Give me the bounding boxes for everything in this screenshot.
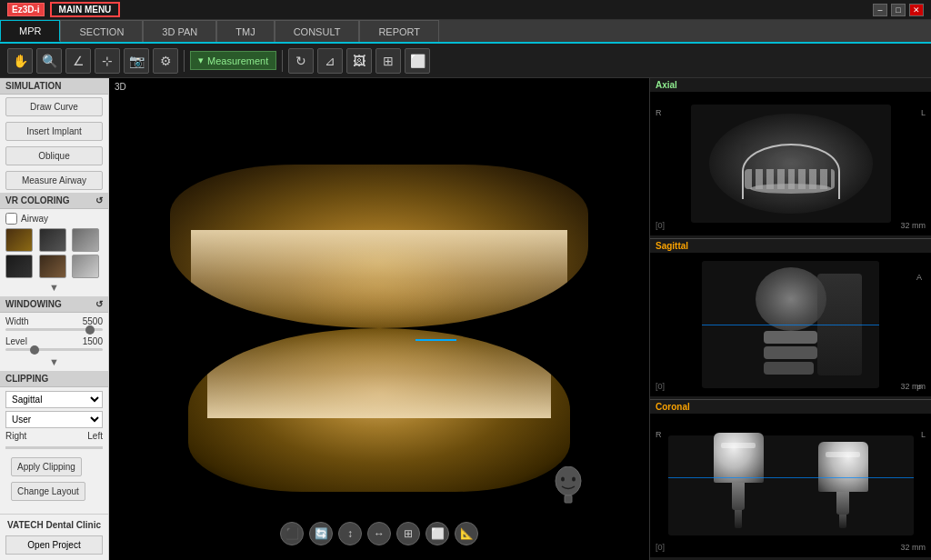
- bottom-toolbar: ⬛ 🔄 ↕ ↔ ⊞ ⬜ 📐: [273, 518, 486, 549]
- toolbar-separator-2: [282, 50, 283, 72]
- open-project-button[interactable]: Open Project: [5, 535, 103, 555]
- measure-tool-button[interactable]: ⊹: [95, 48, 120, 74]
- axial-mm-label: 32 mm: [900, 221, 926, 230]
- tab-report[interactable]: REPORT: [359, 20, 439, 42]
- axial-panel-title: Axial: [650, 78, 931, 92]
- insert-implant-button[interactable]: Insert Implant: [5, 122, 103, 141]
- rotate-tool-button[interactable]: ↻: [288, 48, 314, 74]
- coronal-l-label: L: [921, 430, 926, 439]
- hand-tool-button[interactable]: ✋: [7, 48, 33, 74]
- dental-3d-render: [109, 78, 649, 560]
- windowing-expand-icon[interactable]: ▼: [49, 356, 59, 367]
- left-label: Left: [87, 431, 103, 441]
- airway-checkbox[interactable]: [5, 213, 17, 225]
- tab-section[interactable]: SECTION: [60, 20, 143, 42]
- airway-label: Airway: [21, 214, 48, 224]
- image-tool-button[interactable]: 🖼: [346, 48, 372, 74]
- svg-rect-3: [565, 495, 572, 503]
- axial-r-label: R: [656, 108, 662, 117]
- sidebar: SIMULATION Draw Curve Insert Implant Obl…: [0, 78, 109, 560]
- measurement-dropdown-button[interactable]: ▾ Measurement: [190, 51, 276, 70]
- bt-tool-2[interactable]: 🔄: [309, 522, 333, 545]
- color-preset-6[interactable]: [72, 255, 99, 278]
- axial-panel-content[interactable]: R L 32 mm [0]: [650, 92, 931, 235]
- angle-tool-button[interactable]: ∠: [65, 48, 91, 74]
- vr-coloring-refresh-icon[interactable]: ↺: [95, 195, 103, 205]
- measure-airway-button[interactable]: Measure Airway: [5, 171, 103, 190]
- coronal-panel-title: Coronal: [650, 400, 931, 414]
- sagittal-scan-image: [702, 261, 879, 388]
- axial-zero-label: [0]: [656, 221, 665, 230]
- simulation-section-title: SIMULATION: [0, 78, 108, 95]
- apply-clipping-button[interactable]: Apply Clipping: [11, 457, 82, 476]
- bt-tool-6[interactable]: ⬜: [425, 522, 449, 545]
- tab-tmj[interactable]: TMJ: [216, 20, 274, 42]
- film-tool-button[interactable]: ⬜: [405, 48, 430, 74]
- main-menu-button[interactable]: MAIN MENU: [50, 2, 121, 17]
- close-button[interactable]: ✕: [909, 4, 924, 16]
- left-tooth-column: [714, 433, 764, 528]
- toolbar-separator-1: [184, 50, 185, 72]
- coronal-panel-content[interactable]: R L: [650, 414, 931, 557]
- bt-tool-1[interactable]: ⬛: [280, 522, 304, 545]
- bt-tool-3[interactable]: ↕: [338, 522, 362, 545]
- maximize-button[interactable]: □: [891, 4, 906, 16]
- tab-bar: MPR SECTION 3D PAN TMJ CONSULT REPORT: [0, 20, 931, 44]
- color-preset-1[interactable]: [5, 228, 33, 252]
- tab-consult[interactable]: CONSULT: [275, 20, 360, 42]
- sagittal-blue-line: [702, 325, 879, 325]
- oblique-button[interactable]: Oblique: [5, 146, 103, 165]
- toolbar: ✋ 🔍 ∠ ⊹ 📷 ⚙ ▾ Measurement ↻ ⊿ 🖼 ⊞ ⬜: [0, 44, 931, 78]
- clipping-lr-slider[interactable]: [5, 446, 103, 449]
- clipping-type-select[interactable]: Sagittal Axial Coronal: [5, 391, 103, 408]
- width-value: 5500: [83, 316, 103, 326]
- width-label: Width: [5, 316, 29, 326]
- sagittal-panel-content[interactable]: A P 32 mm [0]: [650, 253, 931, 396]
- face-orientation-icon: [552, 466, 585, 505]
- color-preset-4[interactable]: [5, 255, 33, 278]
- svg-point-2: [572, 477, 576, 482]
- viewport-3d[interactable]: 3D: [109, 78, 649, 560]
- bt-tool-4[interactable]: ↔: [367, 522, 391, 545]
- sagittal-panel-title: Sagittal: [650, 239, 931, 253]
- change-layout-button[interactable]: Change Layout: [11, 482, 85, 501]
- axial-scan-image: [691, 105, 891, 223]
- svg-point-0: [556, 466, 581, 495]
- color-preset-5[interactable]: [39, 255, 66, 278]
- coronal-mm-label: 32 mm: [900, 543, 926, 552]
- main-layout: SIMULATION Draw Curve Insert Implant Obl…: [0, 78, 931, 560]
- settings-tool-button[interactable]: ⚙: [153, 48, 178, 74]
- vr-coloring-panel: Airway ▼: [0, 209, 108, 296]
- windowing-section-title: WINDOWING ↺: [0, 296, 108, 313]
- right-tooth-column: [818, 442, 868, 528]
- width-slider[interactable]: [5, 328, 103, 331]
- coronal-r-label: R: [656, 430, 662, 439]
- axial-l-label: L: [921, 108, 926, 117]
- vr-coloring-expand-icon[interactable]: ▼: [49, 282, 59, 293]
- tab-mpr[interactable]: MPR: [0, 20, 60, 42]
- coronal-zero-label: [0]: [656, 543, 665, 552]
- chevron-down-icon: ▾: [198, 55, 204, 66]
- axial-panel: Axial R L 32 mm: [650, 78, 931, 239]
- title-bar-left: Ez3D-i MAIN MENU: [7, 2, 120, 17]
- grid-tool-button[interactable]: ⊞: [375, 48, 401, 74]
- level-slider[interactable]: [5, 348, 103, 351]
- color-preset-3[interactable]: [72, 228, 99, 252]
- level-label: Level: [5, 336, 27, 346]
- minimize-button[interactable]: –: [873, 4, 887, 16]
- bt-tool-7[interactable]: 📐: [455, 522, 478, 545]
- bt-tool-5[interactable]: ⊞: [396, 522, 420, 545]
- color-preset-2[interactable]: [39, 228, 66, 252]
- level-value: 1500: [83, 336, 103, 346]
- windowing-refresh-icon[interactable]: ↺: [95, 299, 103, 309]
- color-presets: [5, 228, 103, 278]
- scale-tool-button[interactable]: ⊿: [317, 48, 343, 74]
- blue-measurement-line: [415, 339, 456, 341]
- dental-render-container: [152, 119, 606, 519]
- clipping-mode-select[interactable]: User Auto: [5, 411, 103, 428]
- clipping-section-title: CLIPPING: [0, 371, 108, 387]
- tab-3dpan[interactable]: 3D PAN: [143, 20, 216, 42]
- draw-curve-button[interactable]: Draw Curve: [5, 97, 103, 116]
- camera-tool-button[interactable]: 📷: [124, 48, 149, 74]
- zoom-tool-button[interactable]: 🔍: [36, 48, 62, 74]
